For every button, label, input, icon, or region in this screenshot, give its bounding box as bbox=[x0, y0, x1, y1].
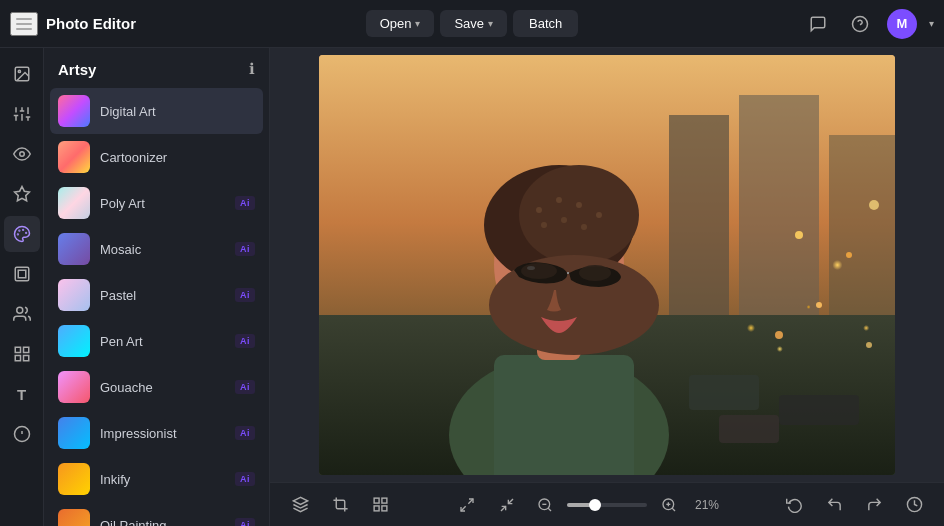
artsy-thumb-poly-art bbox=[58, 187, 90, 219]
artsy-panel-header: Artsy ℹ bbox=[44, 48, 269, 88]
zoom-slider[interactable] bbox=[567, 503, 647, 507]
artsy-item-cartoonizer[interactable]: Cartoonizer bbox=[50, 134, 263, 180]
fit-icon bbox=[499, 497, 515, 513]
bottom-toolbar: 21% bbox=[270, 482, 944, 526]
sidebar-item-adjustments[interactable] bbox=[4, 96, 40, 132]
fit-button[interactable] bbox=[491, 489, 523, 521]
artsy-thumb-mosaic bbox=[58, 233, 90, 265]
svg-point-47 bbox=[519, 165, 639, 265]
svg-marker-60 bbox=[293, 497, 307, 504]
redo-button[interactable] bbox=[858, 489, 890, 521]
sidebar-item-people[interactable] bbox=[4, 296, 40, 332]
svg-line-67 bbox=[501, 506, 506, 511]
zoom-slider-thumb[interactable] bbox=[589, 499, 601, 511]
artsy-label-oil-painting: Oil Painting bbox=[100, 518, 225, 527]
batch-button[interactable]: Batch bbox=[513, 10, 578, 37]
sidebar-item-image[interactable] bbox=[4, 56, 40, 92]
svg-point-20 bbox=[16, 307, 22, 313]
sidebar-icons: T bbox=[0, 48, 44, 526]
artsy-item-pastel[interactable]: PastelAi bbox=[50, 272, 263, 318]
artsy-thumb-digital-art bbox=[58, 95, 90, 127]
history-button[interactable] bbox=[898, 489, 930, 521]
save-button[interactable]: Save ▾ bbox=[440, 10, 507, 37]
svg-point-50 bbox=[556, 197, 562, 203]
svg-point-57 bbox=[521, 263, 557, 279]
main-content: T Artsy ℹ Digital ArtCartoonizerPoly Art… bbox=[0, 48, 944, 526]
rotate-button[interactable] bbox=[778, 489, 810, 521]
artsy-item-pen-art[interactable]: Pen ArtAi bbox=[50, 318, 263, 364]
zoom-out-button[interactable] bbox=[531, 491, 559, 519]
undo-button[interactable] bbox=[818, 489, 850, 521]
ai-badge-impressionist: Ai bbox=[235, 426, 255, 440]
svg-rect-63 bbox=[381, 506, 386, 511]
header: Photo Editor Open ▾ Save ▾ Batch M ▾ bbox=[0, 0, 944, 48]
zoom-in-button[interactable] bbox=[655, 491, 683, 519]
svg-rect-30 bbox=[669, 115, 729, 315]
photo-canvas bbox=[319, 55, 895, 475]
artsy-item-inkify[interactable]: InkifyAi bbox=[50, 456, 263, 502]
sidebar-item-smart[interactable] bbox=[4, 336, 40, 372]
user-chevron-icon[interactable]: ▾ bbox=[929, 18, 934, 29]
svg-rect-62 bbox=[381, 498, 386, 503]
zoom-in-icon bbox=[661, 497, 677, 513]
app-title: Photo Editor bbox=[46, 15, 136, 32]
artsy-info-button[interactable]: ℹ bbox=[249, 60, 255, 78]
save-chevron-icon: ▾ bbox=[488, 18, 493, 29]
fullscreen-button[interactable] bbox=[451, 489, 483, 521]
sidebar-item-watermark[interactable] bbox=[4, 416, 40, 452]
svg-point-12 bbox=[19, 152, 24, 157]
svg-rect-21 bbox=[15, 347, 20, 352]
fullscreen-icon bbox=[459, 497, 475, 513]
crop-button[interactable] bbox=[324, 489, 356, 521]
layers-button[interactable] bbox=[284, 489, 316, 521]
svg-point-37 bbox=[775, 331, 783, 339]
artsy-panel: Artsy ℹ Digital ArtCartoonizerPoly ArtAi… bbox=[44, 48, 270, 526]
svg-point-52 bbox=[596, 212, 602, 218]
canvas-area: 21% bbox=[270, 48, 944, 526]
svg-point-48 bbox=[489, 255, 659, 355]
artsy-label-pastel: Pastel bbox=[100, 288, 225, 303]
menu-button[interactable] bbox=[10, 12, 38, 36]
sidebar-item-effects[interactable] bbox=[4, 176, 40, 212]
artsy-item-oil-painting[interactable]: Oil PaintingAi bbox=[50, 502, 263, 526]
header-left: Photo Editor bbox=[10, 12, 170, 36]
ai-badge-poly-art: Ai bbox=[235, 196, 255, 210]
sidebar-item-artsy[interactable] bbox=[4, 216, 40, 252]
ai-badge-pen-art: Ai bbox=[235, 334, 255, 348]
svg-point-15 bbox=[25, 233, 26, 234]
layers-icon bbox=[292, 496, 309, 513]
artsy-label-gouache: Gouache bbox=[100, 380, 225, 395]
svg-point-55 bbox=[581, 224, 587, 230]
artsy-item-poly-art[interactable]: Poly ArtAi bbox=[50, 180, 263, 226]
artsy-label-mosaic: Mosaic bbox=[100, 242, 225, 257]
grid-button[interactable] bbox=[364, 489, 396, 521]
svg-line-65 bbox=[468, 499, 473, 504]
chat-icon-button[interactable] bbox=[803, 9, 833, 39]
ai-badge-inkify: Ai bbox=[235, 472, 255, 486]
artsy-thumb-oil-painting bbox=[58, 509, 90, 526]
svg-point-2 bbox=[18, 70, 20, 72]
sidebar-item-text[interactable]: T bbox=[4, 376, 40, 412]
open-button[interactable]: Open ▾ bbox=[366, 10, 435, 37]
svg-point-33 bbox=[795, 231, 803, 239]
sidebar-item-preview[interactable] bbox=[4, 136, 40, 172]
undo-icon bbox=[826, 496, 843, 513]
svg-rect-22 bbox=[23, 347, 28, 352]
artsy-item-gouache[interactable]: GouacheAi bbox=[50, 364, 263, 410]
svg-point-59 bbox=[579, 265, 611, 281]
artsy-item-mosaic[interactable]: MosaicAi bbox=[50, 226, 263, 272]
svg-rect-19 bbox=[18, 270, 26, 278]
artsy-thumb-inkify bbox=[58, 463, 90, 495]
artsy-item-impressionist[interactable]: ImpressionistAi bbox=[50, 410, 263, 456]
sidebar-item-frames[interactable] bbox=[4, 256, 40, 292]
artsy-thumb-pen-art bbox=[58, 325, 90, 357]
help-icon-button[interactable] bbox=[845, 9, 875, 39]
artsy-list: Digital ArtCartoonizerPoly ArtAiMosaicAi… bbox=[44, 88, 269, 526]
svg-rect-29 bbox=[319, 315, 895, 475]
redo-icon bbox=[866, 496, 883, 513]
svg-rect-31 bbox=[739, 95, 819, 315]
artsy-label-impressionist: Impressionist bbox=[100, 426, 225, 441]
avatar[interactable]: M bbox=[887, 9, 917, 39]
svg-rect-28 bbox=[319, 55, 895, 475]
artsy-item-digital-art[interactable]: Digital Art bbox=[50, 88, 263, 134]
